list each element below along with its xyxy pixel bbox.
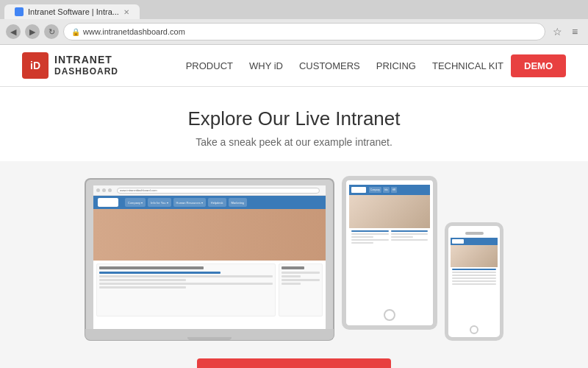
address-bar[interactable]: 🔒 www.intranetdashboard.com [63, 23, 545, 40]
mini-sidebar-line-3 [282, 279, 320, 281]
tablet-nav-item-3: HR [391, 187, 397, 193]
mini-line-1 [99, 272, 220, 274]
refresh-button[interactable]: ↻ [44, 24, 59, 39]
phone-line-6 [452, 283, 496, 285]
mini-line-3 [99, 279, 186, 281]
phone-line-5 [452, 280, 496, 282]
tablet-home-button[interactable] [384, 309, 395, 321]
tablet-mini-nav: Company Info HR [349, 185, 430, 195]
tab-favicon [15, 7, 24, 16]
tablet-line-5 [351, 242, 373, 244]
tab-title: Intranet Software | Intra... [28, 7, 119, 16]
tablet-device: Company Info HR [342, 176, 437, 330]
mini-dot-1 [96, 188, 100, 192]
mini-sidebar-line-1 [282, 272, 320, 274]
mini-dot-2 [102, 188, 106, 192]
mini-nav-hr: Human Resources ▾ [173, 198, 206, 207]
mini-banner [93, 209, 326, 261]
tab-close-button[interactable]: ✕ [123, 8, 129, 16]
tablet-line-4 [351, 239, 389, 241]
hero-section: Explore Our Live Intranet Take a sneak p… [0, 87, 588, 161]
tablet-nav-item-2: Info [383, 187, 390, 193]
mini-intranet-nav: Company ▾ Info for You ▾ Human Resources… [93, 196, 326, 209]
cta-button[interactable]: VIEW OUR LIVE INTRANET > [197, 358, 392, 368]
website: iD INTRANET DASHBOARD PRODUCT WHY iD CUS… [0, 45, 588, 368]
phone-mini-banner [451, 245, 498, 267]
active-tab[interactable]: Intranet Software | Intra... ✕ [4, 4, 140, 19]
address-text: www.intranetdashboard.com [83, 27, 185, 36]
laptop-device: www.intranetdashboard.com Company ▾ Info… [85, 178, 334, 341]
mini-sidebar-line-4 [282, 283, 301, 285]
site-nav: iD INTRANET DASHBOARD PRODUCT WHY iD CUS… [0, 45, 588, 87]
tablet-nav-item-1: Company [369, 187, 381, 193]
phone-line-2 [452, 272, 496, 273]
phone-screen [451, 238, 498, 322]
mini-browser-bar: www.intranetdashboard.com [93, 185, 326, 196]
phone-line-4 [452, 277, 496, 279]
browser-tabs: Intranet Software | Intra... ✕ [0, 0, 588, 19]
browser-actions: ☆ ≡ [550, 24, 582, 39]
phone-speaker [465, 232, 484, 235]
mini-address-bar: www.intranetdashboard.com [117, 188, 320, 194]
laptop-base [85, 329, 334, 341]
tablet-col-2 [391, 230, 429, 245]
nav-links: PRODUCT WHY iD CUSTOMERS PRICING TECHNIC… [186, 60, 503, 71]
mini-nav-info: Info for You ▾ [148, 198, 171, 207]
forward-button[interactable]: ▶ [25, 24, 40, 39]
tablet-line-7 [391, 233, 429, 235]
tablet-mini-logo [351, 187, 366, 193]
tablet-line-3 [351, 236, 373, 238]
mini-logo [98, 198, 118, 207]
phone-mini-content [451, 267, 498, 288]
tablet-line-2 [351, 233, 389, 235]
cta-section: VIEW OUR LIVE INTRANET > [0, 348, 588, 368]
browser-chrome: Intranet Software | Intra... ✕ ◀ ▶ ↻ 🔒 w… [0, 0, 588, 45]
tablet-mini-content [349, 228, 430, 247]
phone-line-3 [452, 275, 496, 276]
logo-top: INTRANET [54, 54, 118, 66]
phone-home-button[interactable] [470, 325, 478, 334]
logo-bottom: DASHBOARD [54, 66, 118, 77]
star-button[interactable]: ☆ [550, 24, 564, 39]
logo-icon: iD [22, 52, 49, 79]
mini-content-heading [99, 266, 204, 269]
logo-text: INTRANET DASHBOARD [54, 54, 118, 77]
logo[interactable]: iD INTRANET DASHBOARD [22, 52, 118, 79]
phone-device [445, 222, 503, 341]
mini-dot-3 [108, 188, 112, 192]
mini-main-content [96, 263, 276, 316]
browser-toolbar: ◀ ▶ ↻ 🔒 www.intranetdashboard.com ☆ ≡ [0, 19, 588, 44]
demo-button[interactable]: DEMO [511, 54, 566, 77]
nav-item-pricing[interactable]: PRICING [376, 60, 416, 71]
back-button[interactable]: ◀ [6, 24, 21, 39]
mini-nav-helpdesk: Helpdesk [208, 198, 226, 207]
mini-sidebar-line-2 [282, 275, 301, 277]
laptop-screen: www.intranetdashboard.com Company ▾ Info… [93, 185, 326, 329]
mini-nav-marketing: Marketing [229, 198, 248, 207]
mini-line-5 [99, 286, 186, 289]
nav-item-technical-kit[interactable]: TECHNICAL KIT [432, 60, 503, 71]
mini-sidebar-heading [282, 266, 304, 269]
devices-section: www.intranetdashboard.com Company ▾ Info… [0, 161, 588, 348]
laptop-screen-wrapper: www.intranetdashboard.com Company ▾ Info… [85, 178, 334, 329]
nav-item-product[interactable]: PRODUCT [186, 60, 233, 71]
mini-line-2 [99, 275, 273, 277]
mini-sidebar [279, 263, 323, 316]
tablet-screen: Company Info HR [349, 185, 430, 306]
tablet-line-8 [391, 236, 413, 238]
nav-item-customers[interactable]: CUSTOMERS [299, 60, 360, 71]
phone-mini-logo [452, 239, 464, 244]
mini-content-area [93, 261, 326, 319]
tablet-mini-banner [349, 195, 430, 228]
lock-icon: 🔒 [71, 28, 80, 36]
phone-mini-nav [451, 238, 498, 245]
mini-browser-laptop: www.intranetdashboard.com Company ▾ Info… [93, 185, 326, 329]
phone-line-1 [452, 269, 496, 270]
tablet-line-9 [391, 239, 429, 241]
tablet-line-6 [391, 230, 429, 232]
hero-heading: Explore Our Live Intranet [15, 107, 573, 130]
mini-nav-company: Company ▾ [125, 198, 146, 207]
nav-item-why-id[interactable]: WHY iD [249, 60, 283, 71]
tablet-col-1 [351, 230, 389, 245]
menu-button[interactable]: ≡ [567, 24, 582, 39]
